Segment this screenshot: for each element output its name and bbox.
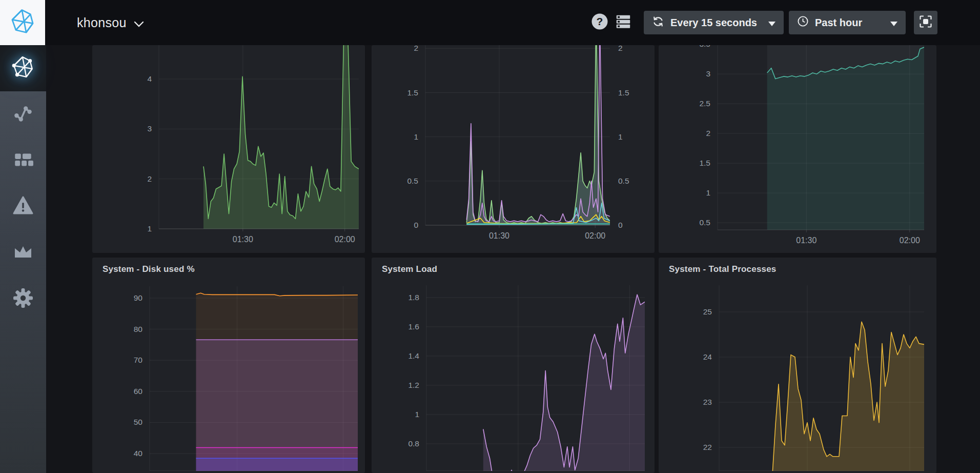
- svg-text:0: 0: [618, 221, 623, 229]
- svg-text:1.5: 1.5: [407, 88, 418, 97]
- time-range-button[interactable]: Past hour: [789, 11, 906, 34]
- chevron-down-icon: [134, 15, 144, 30]
- explore-graph-icon: [12, 103, 34, 126]
- sidebar-item-explore[interactable]: [0, 91, 46, 137]
- timeseries-chart[interactable]: 0.511.522.533.501:3002:00: [659, 43, 936, 253]
- svg-text:2: 2: [147, 174, 152, 183]
- sidebar-item-crown[interactable]: [0, 230, 46, 276]
- timeseries-chart[interactable]: 123401:3002:00: [92, 43, 365, 253]
- caret-down-icon: [768, 17, 775, 29]
- svg-text:01:30: 01:30: [796, 236, 816, 245]
- svg-text:1.6: 1.6: [408, 322, 419, 331]
- time-range-label: Past hour: [815, 17, 862, 29]
- svg-text:1.5: 1.5: [618, 88, 629, 97]
- dashboard-title-dropdown[interactable]: khonsou: [77, 15, 144, 30]
- timeseries-chart[interactable]: 22232425: [659, 255, 936, 473]
- panel-total-processes: System - Total Processes 22232425: [659, 258, 936, 473]
- svg-text:1: 1: [706, 188, 710, 197]
- timeseries-chart[interactable]: 00.511.5200.511.5201:3002:00: [372, 43, 655, 253]
- panel-top-left: 123401:3002:00: [92, 45, 365, 253]
- refresh-interval-button[interactable]: Every 15 seconds: [644, 11, 784, 34]
- svg-text:0.8: 0.8: [408, 439, 419, 448]
- kiosk-mode-button[interactable]: [914, 11, 937, 34]
- kiosk-icon: [919, 15, 932, 30]
- grafana-home-icon: [11, 55, 35, 81]
- svg-text:1.4: 1.4: [408, 351, 419, 360]
- svg-text:1: 1: [415, 410, 419, 419]
- svg-text:60: 60: [134, 387, 143, 396]
- svg-text:1.5: 1.5: [699, 159, 710, 167]
- panel-system-load: System Load 0.811.21.41.61.8: [372, 258, 655, 473]
- dashboard-title: khonsou: [77, 15, 127, 30]
- sidebar-item-settings[interactable]: [0, 276, 46, 322]
- svg-text:70: 70: [134, 356, 143, 364]
- svg-text:80: 80: [134, 325, 143, 333]
- svg-text:0: 0: [414, 221, 418, 229]
- refresh-icon: [652, 15, 664, 30]
- svg-text:40: 40: [134, 449, 143, 458]
- help-icon: ?: [591, 13, 608, 32]
- settings-gear-icon: [12, 287, 34, 311]
- svg-text:1: 1: [414, 132, 418, 141]
- playlist-icon: [615, 13, 632, 32]
- clock-icon: [797, 15, 809, 30]
- timeseries-chart[interactable]: 0.811.21.41.61.8: [372, 255, 655, 473]
- sidebar-item-home[interactable]: [0, 45, 46, 91]
- svg-text:1.8: 1.8: [408, 293, 419, 302]
- grafana-logo: [9, 8, 36, 37]
- svg-text:0.5: 0.5: [699, 218, 710, 227]
- svg-text:0.5: 0.5: [407, 176, 418, 185]
- svg-text:3: 3: [706, 69, 710, 78]
- panel-top-right: 0.511.522.533.501:3002:00: [659, 45, 936, 253]
- svg-text:90: 90: [134, 293, 143, 302]
- panel-top-middle: 00.511.5200.511.5201:3002:00: [372, 45, 655, 253]
- svg-text:02:00: 02:00: [585, 231, 605, 240]
- sidebar: [0, 45, 46, 473]
- playlist-button[interactable]: [614, 13, 632, 32]
- navbar-controls: ?: [590, 11, 980, 34]
- svg-text:02:00: 02:00: [900, 236, 920, 245]
- svg-text:01:30: 01:30: [489, 231, 509, 240]
- caret-down-icon: [890, 17, 897, 29]
- svg-text:50: 50: [134, 418, 143, 426]
- refresh-interval-label: Every 15 seconds: [670, 17, 757, 29]
- svg-text:25: 25: [703, 307, 712, 316]
- timeseries-chart[interactable]: 405060708090: [92, 255, 365, 473]
- svg-text:23: 23: [703, 398, 712, 406]
- svg-text:2.5: 2.5: [699, 99, 710, 108]
- svg-text:1.2: 1.2: [408, 381, 419, 389]
- grafana-logo-box[interactable]: [0, 0, 45, 45]
- svg-text:24: 24: [703, 352, 712, 361]
- crown-icon: [12, 241, 34, 265]
- help-button[interactable]: ?: [590, 13, 609, 32]
- panel-disk-used: System - Disk used % 405060708090: [92, 258, 365, 473]
- svg-text:3: 3: [147, 124, 152, 133]
- svg-text:1: 1: [618, 132, 623, 141]
- svg-text:1: 1: [147, 224, 152, 233]
- svg-text:?: ?: [597, 15, 603, 27]
- svg-text:22: 22: [703, 443, 712, 451]
- sidebar-item-alerting[interactable]: [0, 184, 46, 230]
- svg-text:02:00: 02:00: [335, 235, 355, 244]
- dashboards-icon: [12, 149, 34, 172]
- sidebar-item-dashboards[interactable]: [0, 137, 46, 184]
- svg-text:01:30: 01:30: [233, 235, 253, 244]
- svg-text:4: 4: [147, 74, 152, 83]
- alerting-icon: [12, 194, 34, 219]
- svg-text:2: 2: [706, 129, 710, 137]
- svg-text:0.5: 0.5: [618, 176, 629, 185]
- top-navbar: khonsou ?: [0, 0, 980, 45]
